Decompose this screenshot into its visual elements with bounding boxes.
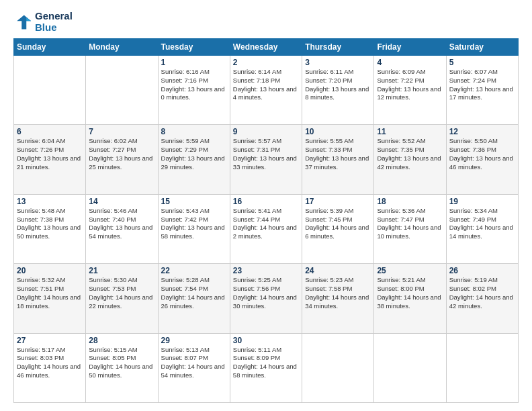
day-number: 10 (305, 127, 371, 136)
day-number: 13 (17, 197, 83, 206)
day-number: 21 (89, 266, 154, 275)
day-number: 16 (233, 197, 299, 206)
cell-details: Sunrise: 5:30 AM Sunset: 7:53 PM Dayligh… (89, 276, 154, 310)
day-number: 27 (17, 336, 83, 345)
logo-icon (13, 13, 32, 32)
calendar-cell: 20Sunrise: 5:32 AM Sunset: 7:51 PM Dayli… (14, 264, 86, 333)
logo: General Blue (13, 11, 73, 33)
calendar-cell: 28Sunrise: 5:15 AM Sunset: 8:05 PM Dayli… (86, 333, 158, 402)
calendar-week-row: 13Sunrise: 5:48 AM Sunset: 7:38 PM Dayli… (14, 194, 519, 263)
day-number: 11 (377, 127, 443, 136)
cell-details: Sunrise: 6:04 AM Sunset: 7:26 PM Dayligh… (17, 137, 83, 171)
weekday-header: Wednesday (230, 39, 302, 56)
calendar-cell: 24Sunrise: 5:23 AM Sunset: 7:58 PM Dayli… (302, 264, 374, 333)
day-number: 1 (161, 58, 227, 67)
calendar-cell: 14Sunrise: 5:46 AM Sunset: 7:40 PM Dayli… (86, 194, 158, 263)
cell-details: Sunrise: 5:15 AM Sunset: 8:05 PM Dayligh… (89, 346, 154, 380)
cell-details: Sunrise: 6:11 AM Sunset: 7:20 PM Dayligh… (305, 68, 371, 102)
day-number: 8 (161, 127, 227, 136)
day-number: 24 (305, 266, 371, 275)
page: General Blue SundayMondayTuesdayWednesda… (0, 0, 532, 411)
calendar-cell: 12Sunrise: 5:50 AM Sunset: 7:36 PM Dayli… (446, 125, 518, 194)
cell-details: Sunrise: 5:11 AM Sunset: 8:09 PM Dayligh… (233, 346, 299, 380)
calendar-cell: 21Sunrise: 5:30 AM Sunset: 7:53 PM Dayli… (86, 264, 158, 333)
calendar-cell (302, 333, 374, 402)
calendar-cell: 22Sunrise: 5:28 AM Sunset: 7:54 PM Dayli… (158, 264, 230, 333)
cell-details: Sunrise: 5:43 AM Sunset: 7:42 PM Dayligh… (161, 207, 227, 241)
day-number: 23 (233, 266, 299, 275)
calendar-header-row: SundayMondayTuesdayWednesdayThursdayFrid… (14, 39, 519, 56)
header: General Blue (13, 11, 519, 33)
calendar-cell: 18Sunrise: 5:36 AM Sunset: 7:47 PM Dayli… (374, 194, 446, 263)
cell-details: Sunrise: 6:14 AM Sunset: 7:18 PM Dayligh… (233, 68, 299, 102)
day-number: 22 (161, 266, 227, 275)
calendar-cell: 30Sunrise: 5:11 AM Sunset: 8:09 PM Dayli… (230, 333, 302, 402)
day-number: 9 (233, 127, 299, 136)
calendar-cell: 15Sunrise: 5:43 AM Sunset: 7:42 PM Dayli… (158, 194, 230, 263)
day-number: 29 (161, 336, 227, 345)
calendar-cell: 7Sunrise: 6:02 AM Sunset: 7:27 PM Daylig… (86, 125, 158, 194)
calendar-cell: 6Sunrise: 6:04 AM Sunset: 7:26 PM Daylig… (14, 125, 86, 194)
calendar-cell: 8Sunrise: 5:59 AM Sunset: 7:29 PM Daylig… (158, 125, 230, 194)
calendar-cell: 4Sunrise: 6:09 AM Sunset: 7:22 PM Daylig… (374, 56, 446, 125)
cell-details: Sunrise: 5:50 AM Sunset: 7:36 PM Dayligh… (449, 137, 515, 171)
calendar-cell: 17Sunrise: 5:39 AM Sunset: 7:45 PM Dayli… (302, 194, 374, 263)
calendar-cell (14, 56, 86, 125)
day-number: 4 (377, 58, 443, 67)
cell-details: Sunrise: 5:17 AM Sunset: 8:03 PM Dayligh… (17, 346, 83, 380)
cell-details: Sunrise: 5:39 AM Sunset: 7:45 PM Dayligh… (305, 207, 371, 241)
cell-details: Sunrise: 5:52 AM Sunset: 7:35 PM Dayligh… (377, 137, 443, 171)
cell-details: Sunrise: 5:13 AM Sunset: 8:07 PM Dayligh… (161, 346, 227, 380)
weekday-header: Thursday (302, 39, 374, 56)
cell-details: Sunrise: 5:19 AM Sunset: 8:02 PM Dayligh… (449, 276, 515, 310)
day-number: 17 (305, 197, 371, 206)
day-number: 26 (449, 266, 515, 275)
svg-marker-0 (17, 15, 31, 29)
calendar-cell: 10Sunrise: 5:55 AM Sunset: 7:33 PM Dayli… (302, 125, 374, 194)
cell-details: Sunrise: 5:34 AM Sunset: 7:49 PM Dayligh… (449, 207, 515, 241)
day-number: 6 (17, 127, 83, 136)
day-number: 18 (377, 197, 443, 206)
cell-details: Sunrise: 5:59 AM Sunset: 7:29 PM Dayligh… (161, 137, 227, 171)
calendar-cell: 19Sunrise: 5:34 AM Sunset: 7:49 PM Dayli… (446, 194, 518, 263)
calendar-cell: 26Sunrise: 5:19 AM Sunset: 8:02 PM Dayli… (446, 264, 518, 333)
cell-details: Sunrise: 5:48 AM Sunset: 7:38 PM Dayligh… (17, 207, 83, 241)
calendar-table: SundayMondayTuesdayWednesdayThursdayFrid… (13, 38, 519, 403)
calendar-cell: 16Sunrise: 5:41 AM Sunset: 7:44 PM Dayli… (230, 194, 302, 263)
calendar-cell: 3Sunrise: 6:11 AM Sunset: 7:20 PM Daylig… (302, 56, 374, 125)
weekday-header: Monday (86, 39, 158, 56)
day-number: 28 (89, 336, 154, 345)
day-number: 19 (449, 197, 515, 206)
day-number: 2 (233, 58, 299, 67)
cell-details: Sunrise: 6:07 AM Sunset: 7:24 PM Dayligh… (449, 68, 515, 102)
day-number: 5 (449, 58, 515, 67)
weekday-header: Tuesday (158, 39, 230, 56)
day-number: 15 (161, 197, 227, 206)
calendar-cell: 2Sunrise: 6:14 AM Sunset: 7:18 PM Daylig… (230, 56, 302, 125)
calendar-cell: 25Sunrise: 5:21 AM Sunset: 8:00 PM Dayli… (374, 264, 446, 333)
calendar-cell: 29Sunrise: 5:13 AM Sunset: 8:07 PM Dayli… (158, 333, 230, 402)
day-number: 3 (305, 58, 371, 67)
cell-details: Sunrise: 5:23 AM Sunset: 7:58 PM Dayligh… (305, 276, 371, 310)
weekday-header: Sunday (14, 39, 86, 56)
cell-details: Sunrise: 5:46 AM Sunset: 7:40 PM Dayligh… (89, 207, 154, 241)
calendar-cell: 11Sunrise: 5:52 AM Sunset: 7:35 PM Dayli… (374, 125, 446, 194)
calendar-cell: 13Sunrise: 5:48 AM Sunset: 7:38 PM Dayli… (14, 194, 86, 263)
cell-details: Sunrise: 5:32 AM Sunset: 7:51 PM Dayligh… (17, 276, 83, 310)
day-number: 25 (377, 266, 443, 275)
calendar-week-row: 1Sunrise: 6:16 AM Sunset: 7:16 PM Daylig… (14, 56, 519, 125)
calendar-cell: 1Sunrise: 6:16 AM Sunset: 7:16 PM Daylig… (158, 56, 230, 125)
calendar-cell (86, 56, 158, 125)
day-number: 12 (449, 127, 515, 136)
cell-details: Sunrise: 5:28 AM Sunset: 7:54 PM Dayligh… (161, 276, 227, 310)
calendar-week-row: 20Sunrise: 5:32 AM Sunset: 7:51 PM Dayli… (14, 264, 519, 333)
calendar-cell: 23Sunrise: 5:25 AM Sunset: 7:56 PM Dayli… (230, 264, 302, 333)
calendar-cell (446, 333, 518, 402)
day-number: 20 (17, 266, 83, 275)
day-number: 14 (89, 197, 154, 206)
weekday-header: Friday (374, 39, 446, 56)
cell-details: Sunrise: 6:16 AM Sunset: 7:16 PM Dayligh… (161, 68, 227, 102)
calendar-cell: 27Sunrise: 5:17 AM Sunset: 8:03 PM Dayli… (14, 333, 86, 402)
cell-details: Sunrise: 6:02 AM Sunset: 7:27 PM Dayligh… (89, 137, 154, 171)
calendar-week-row: 6Sunrise: 6:04 AM Sunset: 7:26 PM Daylig… (14, 125, 519, 194)
